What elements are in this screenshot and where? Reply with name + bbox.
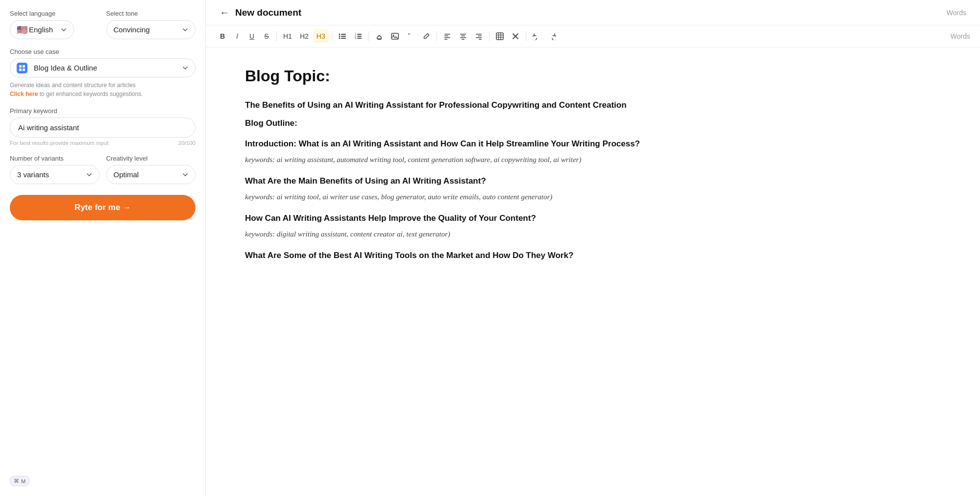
italic-button[interactable]: I [230,29,244,43]
language-select-wrapper: 🇺🇸 English Spanish French German [10,20,99,39]
keyword-hint-row: For best results provide maximum input 2… [10,140,196,146]
language-group: Select language 🇺🇸 English Spanish Frenc… [10,10,99,39]
section-keywords-1: keywords: ai writing tool, ai writer use… [245,191,941,203]
svg-point-6 [339,36,340,37]
toolbar-divider-6 [526,31,526,41]
svg-rect-26 [462,39,465,40]
section-heading-2: How Can AI Writing Assistants Help Impro… [245,213,941,223]
table-button[interactable] [492,29,507,43]
redo-button[interactable] [545,29,560,43]
variants-select[interactable]: 1 variant 2 variants 3 variants 4 varian… [10,165,99,184]
back-button[interactable]: ← [220,7,229,18]
section-heading-3: What Are Some of the Best AI Writing Too… [245,251,941,260]
editor-content[interactable]: Blog Topic: The Benefits of Using an AI … [206,47,980,496]
creativity-group: Creativity level Low Optimal High Max [106,155,196,184]
underline-button[interactable]: U [245,29,259,43]
sidebar: Select language 🇺🇸 English Spanish Frenc… [0,0,206,496]
creativity-select[interactable]: Low Optimal High Max [106,165,196,184]
use-case-label: Choose use case [10,48,196,55]
words-label: Words [947,9,966,17]
variants-label: Number of variants [10,155,99,162]
ordered-list-button[interactable]: 1.2.3. [351,29,366,43]
blog-topic-title: Blog Topic: [245,67,941,85]
keyword-section: Primary keyword For best results provide… [10,107,196,146]
use-case-section: Choose use case Blog Idea & Outline Blog… [10,48,196,98]
svg-point-17 [392,35,394,36]
keyword-count: 20/100 [178,140,196,146]
svg-rect-31 [496,33,503,40]
keyword-input-wrapper [10,118,196,138]
h3-button[interactable]: H3 [313,29,329,43]
image-button[interactable] [388,29,402,43]
tone-label: Select tone [106,10,196,17]
editor-toolbar: B I U S H1 H2 H3 1.2.3. " [206,25,980,47]
tone-select[interactable]: Convincing Formal Casual Friendly Profes… [106,20,196,39]
bold-button[interactable]: B [216,29,229,43]
section-heading-0: Introduction: What is an AI Writing Assi… [245,139,941,149]
click-here-link[interactable]: Click here [10,91,38,97]
quote-button[interactable]: " [403,29,418,43]
section-heading-1: What Are the Main Benefits of Using an A… [245,176,941,186]
language-select[interactable]: English Spanish French German [10,20,74,39]
svg-rect-27 [476,34,482,35]
cmd-icon: ⌘ [14,478,19,484]
cmd-badge: ⌘ M [10,476,29,486]
svg-rect-11 [357,34,362,35]
svg-rect-30 [479,39,482,40]
svg-rect-24 [461,36,465,37]
align-left-button[interactable] [440,29,455,43]
main-blog-heading: The Benefits of Using an AI Writing Assi… [245,99,941,112]
svg-rect-20 [444,36,448,37]
svg-rect-25 [460,37,466,38]
cmd-m-label: M [21,478,25,484]
toolbar-words-label: Words [951,32,970,40]
h1-button[interactable]: H1 [280,29,295,43]
svg-rect-21 [444,37,450,38]
creativity-label: Creativity level [106,155,196,162]
highlight-button[interactable] [419,29,434,43]
h2-button[interactable]: H2 [296,29,312,43]
use-case-select[interactable]: Blog Idea & Outline Blog Introduction Bl… [10,58,196,77]
strikethrough-button[interactable]: S [260,29,273,43]
variants-group: Number of variants 1 variant 2 variants … [10,155,99,184]
svg-rect-28 [478,36,482,37]
svg-rect-5 [341,34,346,35]
align-right-button[interactable] [471,29,486,43]
svg-point-4 [339,34,340,35]
clear-formatting-button[interactable] [508,29,523,43]
svg-text:": " [408,32,411,40]
outline-label: Blog Outline: [245,118,941,128]
tone-group: Select tone Convincing Formal Casual Fri… [106,10,196,39]
toolbar-divider-2 [332,31,332,41]
cmd-row: ⌘ M [10,476,196,486]
svg-rect-15 [357,38,362,39]
section-keywords-2: keywords: digital writing assistant, con… [245,228,941,240]
bullet-list-button[interactable] [335,29,350,43]
editor-topbar: ← New document Words [206,0,980,25]
section-keywords-0: keywords: ai writing assistant, automate… [245,154,941,165]
svg-rect-22 [444,39,447,40]
link-button[interactable] [372,29,387,43]
keyword-label: Primary keyword [10,107,196,115]
language-label: Select language [10,10,99,17]
keyword-hint: For best results provide maximum input [10,140,108,146]
svg-text:3.: 3. [355,37,357,40]
undo-button[interactable] [529,29,544,43]
sections-container: Introduction: What is an AI Writing Assi… [245,139,941,260]
language-tone-row: Select language 🇺🇸 English Spanish Frenc… [10,10,196,39]
doc-title: New document [235,7,941,18]
toolbar-divider-1 [276,31,277,41]
svg-rect-7 [341,36,346,37]
use-case-select-wrapper: Blog Idea & Outline Blog Introduction Bl… [10,58,196,77]
svg-point-8 [339,38,340,39]
ryte-button[interactable]: Ryte for me → [10,195,196,220]
keyword-input[interactable] [10,118,196,138]
svg-rect-29 [476,37,482,38]
svg-rect-19 [444,34,450,35]
svg-rect-9 [341,38,346,39]
main-editor: ← New document Words B I U S H1 H2 H3 1.… [206,0,980,496]
back-icon: ← [220,7,229,18]
toolbar-divider-4 [437,31,437,41]
use-case-desc: Generate ideas and content structure for… [10,81,196,98]
align-center-button[interactable] [456,29,470,43]
